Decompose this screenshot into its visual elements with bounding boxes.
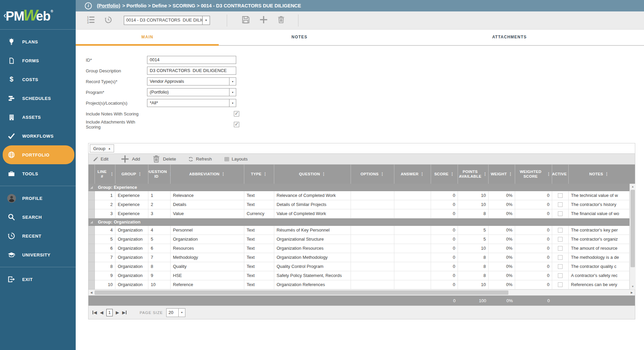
sidebar-item-university[interactable]: UNIVERSITY [0,245,76,264]
column-header-line-[interactable]: LINE #⋮ [95,165,115,184]
column-header-weighted-score[interactable]: WEIGHTED SCORE⋮ [515,165,552,184]
tab-main[interactable]: MAIN [141,35,153,39]
pmweb-logo[interactable]: ‹PMWeb® [0,0,76,30]
table-row[interactable]: 2Experience2DetailsTextDetails of Simila… [88,200,630,209]
column-menu-icon[interactable]: ⋮ [547,172,551,176]
info-icon[interactable]: i [85,2,92,9]
column-header-answer[interactable]: ANSWER⋮ [394,165,431,184]
last-page-button[interactable]: ▶ [122,310,127,315]
sidebar-item-recent[interactable]: RECENT [0,226,76,245]
column-header-options[interactable]: OPTIONS⋮ [351,165,394,184]
inactive-checkbox[interactable] [558,255,563,260]
column-header-question-id[interactable]: QUESTION ID⋮ [148,165,171,184]
table-row[interactable]: 7Organization7MethodologyTextOrganizatio… [88,253,630,262]
column-menu-icon[interactable]: ⋮ [322,172,326,176]
list-view-button[interactable]: 123 [86,15,96,26]
column-header-inactive[interactable]: INACTIVE⋮ [552,165,569,184]
sidebar-item-exit[interactable]: EXIT [0,270,76,289]
inactive-checkbox[interactable] [558,237,563,242]
recent-records-button[interactable] [104,16,112,25]
sidebar-item-schedules[interactable]: SCHEDULES [0,89,76,108]
table-row[interactable]: 5Organization5OrganizationTextOrganizati… [88,235,630,244]
column-menu-icon[interactable]: ⋮ [110,172,114,176]
column-header-type[interactable]: TYPE⋮ [244,165,274,184]
group-by-chip[interactable]: Group ▲ [90,144,114,152]
column-header-abbreviation[interactable]: ABBREVIATION⋮ [171,165,244,184]
row-handle[interactable] [88,244,95,253]
group-header-row[interactable]: Group: Organization [88,218,630,226]
table-row[interactable]: 6Organization6ResourcesTextOrganization … [88,244,630,253]
inactive-checkbox[interactable] [558,211,563,216]
group-description-input[interactable]: D3 CONTRACTORS DUE DILIGENCE [147,67,236,75]
inactive-checkbox[interactable] [558,193,563,198]
page-size-selector[interactable]: 20 ▼ [166,308,185,317]
sidebar-item-plans[interactable]: PLANS [0,32,76,51]
scroll-right-arrow[interactable]: ▶ [629,290,635,295]
column-menu-icon[interactable]: ⋮ [450,172,454,176]
table-row[interactable]: 1Experience1RelevanceTextRelevance of Co… [88,191,630,200]
column-menu-icon[interactable]: ⋮ [380,172,384,176]
column-menu-icon[interactable]: ⋮ [263,172,267,176]
sidebar-item-portfolio[interactable]: PORTFOLIO [3,145,74,164]
add-button[interactable]: Add [120,154,140,164]
tab-attachments[interactable]: ATTACHMENTS [492,35,527,39]
projects-locations-select[interactable]: *All*▼ [147,99,236,107]
chevron-down-icon[interactable]: ▼ [229,78,236,85]
sidebar-item-forms[interactable]: FORMS [0,51,76,70]
inactive-checkbox[interactable] [558,228,563,233]
save-button[interactable] [241,15,250,26]
column-header-weight[interactable]: WEIGHT⋮ [489,165,515,184]
chevron-down-icon[interactable]: ▼ [202,16,210,25]
inactive-checkbox[interactable] [558,202,563,207]
add-record-button[interactable] [259,15,268,26]
chevron-down-icon[interactable]: ▼ [229,99,236,107]
scroll-up-arrow[interactable]: ▲ [630,184,636,189]
scroll-left-arrow[interactable]: ◀ [88,290,94,295]
first-page-button[interactable]: ◀ [93,310,97,315]
row-handle[interactable] [88,235,95,244]
table-row[interactable]: 8Organization8QualityTextQuality Control… [88,262,630,271]
chevron-down-icon[interactable]: ▼ [229,89,236,96]
column-header-notes[interactable]: NOTES⋮ [569,165,630,184]
row-handle[interactable] [88,280,95,289]
column-header-question[interactable]: QUESTION⋮ [274,165,351,184]
scroll-down-arrow[interactable]: ▼ [630,284,636,289]
table-row[interactable]: 10Organization10ReferenceTextOrganizatio… [88,280,630,289]
delete-button[interactable]: Delete [152,155,176,163]
chevron-down-icon[interactable]: ▼ [178,309,185,317]
table-row[interactable]: 4Organization4PersonnelTextRésumés of Ke… [88,226,630,235]
column-menu-icon[interactable]: ⋮ [605,172,609,176]
inactive-checkbox[interactable] [558,282,563,287]
next-page-button[interactable]: ▶ [116,310,119,315]
include-attachments-checkbox[interactable] [234,122,239,127]
column-header-points-available[interactable]: POINTS AVAILABLE⋮ [458,165,489,184]
row-handle[interactable] [88,262,95,271]
sidebar-item-search[interactable]: SEARCH [0,208,76,226]
column-menu-icon[interactable]: ⋮ [138,172,142,176]
column-menu-icon[interactable]: ⋮ [483,172,487,176]
row-handle[interactable] [88,191,95,200]
program-select[interactable]: (Portfolio)▼ [147,88,236,96]
table-row[interactable]: 9Organization9HSETextSafety Policy State… [88,271,630,280]
delete-record-button[interactable] [277,15,285,25]
current-page-box[interactable]: 1 [106,309,113,316]
sidebar-item-tools[interactable]: TOOLS [0,164,76,183]
sidebar-item-workflows[interactable]: WORKFLOWS [0,127,76,145]
vertical-scrollbar[interactable]: ▲ ▼ [630,184,636,289]
refresh-button[interactable]: Refresh [188,156,212,162]
row-handle[interactable] [88,271,95,280]
table-row[interactable]: 3Experience3ValueCurrencyValue of Comple… [88,209,630,218]
vertical-scroll-thumb[interactable] [631,190,635,267]
column-menu-icon[interactable]: ⋮ [508,172,512,176]
layouts-button[interactable]: Layouts [224,156,248,162]
sidebar-item-assets[interactable]: ASSETS [0,108,76,127]
row-handle[interactable] [88,226,95,235]
sidebar-item-costs[interactable]: $COSTS [0,70,76,89]
horizontal-scrollbar[interactable]: ◀ ▶ [88,289,635,295]
inactive-checkbox[interactable] [558,246,563,251]
previous-page-button[interactable]: ◀ [100,310,103,315]
sidebar-item-profile[interactable]: PROFILE [0,189,76,208]
id-input[interactable]: 0014 [147,56,236,64]
record-selector[interactable]: 0014 - D3 CONTRACTORS DUE DILIGENCE ▼ [124,16,210,25]
record-types-select[interactable]: Vendor Approvals▼ [147,77,236,85]
